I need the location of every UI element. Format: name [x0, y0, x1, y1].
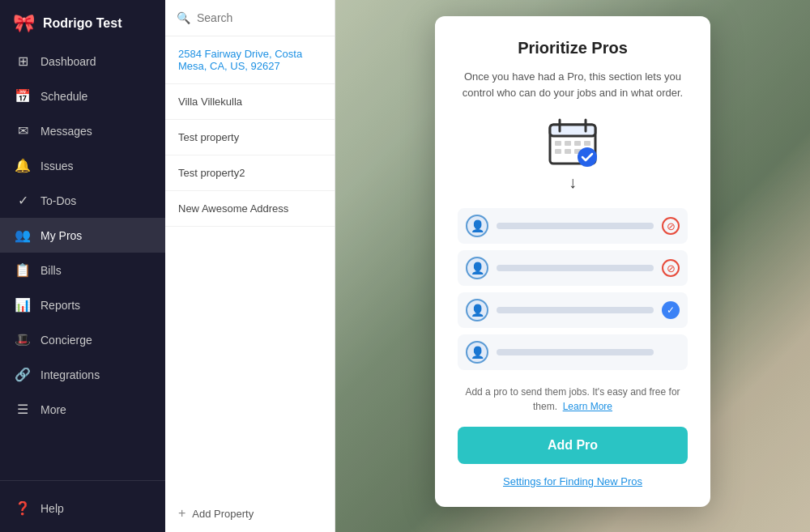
messages-icon: ✉ [15, 123, 31, 138]
sidebar-item-help[interactable]: ❓ Help [0, 491, 165, 526]
pro-avatar-3: 👤 [466, 299, 488, 321]
svg-rect-8 [555, 149, 561, 154]
schedule-icon: 📅 [15, 88, 31, 104]
sidebar-item-label-dashboard: Dashboard [40, 55, 96, 68]
sidebar: 🎀 Rodrigo Test ⊞ Dashboard 📅 Schedule ✉ … [0, 0, 165, 532]
sidebar-item-schedule[interactable]: 📅 Schedule [0, 79, 165, 113]
bills-icon: 📋 [15, 262, 31, 278]
svg-rect-1 [550, 125, 595, 136]
sidebar-item-issues[interactable]: 🔔 Issues [0, 148, 165, 183]
sidebar-item-integrations[interactable]: 🔗 Integrations [0, 357, 165, 392]
sidebar-item-label-messages: Messages [40, 125, 92, 138]
pro-bar-2 [497, 265, 654, 271]
concierge-icon: 🎩 [15, 332, 31, 347]
svg-rect-4 [555, 141, 561, 146]
todos-icon: ✓ [15, 193, 31, 208]
sidebar-item-label-issues: Issues [40, 160, 73, 172]
pro-avatar-1: 👤 [466, 215, 488, 237]
app-logo: 🎀 [13, 13, 35, 34]
add-pro-button[interactable]: Add Pro [458, 427, 688, 464]
integrations-icon: 🔗 [15, 367, 31, 382]
sidebar-item-bills[interactable]: 📋 Bills [0, 253, 165, 287]
sidebar-item-label-integrations: Integrations [40, 368, 100, 381]
svg-rect-5 [565, 141, 571, 146]
pro-row-3: 👤 ✓ [458, 292, 688, 328]
sidebar-item-label-schedule: Schedule [40, 90, 87, 103]
main-area: Prioritize Pros Once you have had a Pro,… [335, 0, 810, 532]
pro-row-1: 👤 ⊘ [458, 208, 688, 244]
more-icon: ☰ [15, 402, 31, 417]
add-plus-icon: + [178, 506, 185, 521]
prioritize-pros-modal: Prioritize Pros Once you have had a Pro,… [435, 16, 710, 507]
sidebar-item-dashboard[interactable]: ⊞ Dashboard [0, 44, 165, 79]
svg-rect-7 [584, 141, 590, 146]
modal-description: Once you have had a Pro, this section le… [458, 69, 688, 100]
search-input[interactable] [197, 11, 323, 24]
pro-avatar-2: 👤 [466, 257, 488, 279]
sidebar-item-label-more: More [40, 403, 66, 416]
down-arrow-icon: ↓ [569, 173, 577, 192]
sidebar-footer: ❓ Help [0, 480, 165, 532]
pro-bar-4 [497, 349, 654, 355]
sidebar-nav: ⊞ Dashboard 📅 Schedule ✉ Messages 🔔 Issu… [0, 44, 165, 480]
pro-bar-3 [497, 307, 654, 313]
pro-row-2: 👤 ⊘ [458, 250, 688, 286]
search-box: 🔍 [165, 0, 335, 36]
sidebar-header: 🎀 Rodrigo Test [0, 0, 165, 44]
help-icon: ❓ [15, 500, 31, 516]
sidebar-item-concierge[interactable]: 🎩 Concierge [0, 322, 165, 357]
pro-bar-1 [497, 223, 654, 229]
property-list: 2584 Fairway Drive, Costa Mesa, CA, US, … [165, 36, 335, 495]
pro-avatar-4: 👤 [466, 341, 488, 364]
pro-rows: 👤 ⊘ 👤 ⊘ 👤 ✓ 👤 [458, 208, 688, 370]
sidebar-item-label-todos: To-Dos [40, 194, 76, 207]
pro-status-empty-4 [662, 343, 680, 361]
learn-more-link[interactable]: Learn More [563, 401, 612, 412]
reports-icon: 📊 [15, 297, 31, 313]
sidebar-item-messages[interactable]: ✉ Messages [0, 113, 165, 148]
modal-overlay: Prioritize Pros Once you have had a Pro,… [335, 0, 810, 532]
settings-link[interactable]: Settings for Finding New Pros [458, 475, 688, 487]
add-property-button[interactable]: + Add Property [165, 495, 335, 532]
modal-title: Prioritize Pros [458, 39, 688, 57]
sidebar-item-my-pros[interactable]: 👥 My Pros [0, 218, 165, 253]
dashboard-icon: ⊞ [15, 53, 31, 69]
pro-status-red-1: ⊘ [662, 217, 680, 235]
pro-status-blue-3: ✓ [662, 301, 680, 319]
property-item-prop3[interactable]: Test property [165, 120, 335, 155]
sidebar-item-label-bills: Bills [40, 264, 62, 277]
pro-row-4: 👤 [458, 334, 688, 370]
svg-rect-9 [565, 149, 571, 154]
svg-rect-6 [574, 141, 581, 146]
calendar-icon [547, 117, 599, 168]
property-item-prop5[interactable]: New Awesome Address [165, 191, 335, 227]
modal-footer-text: Add a pro to send them jobs. It's easy a… [458, 385, 688, 414]
property-item-prop4[interactable]: Test property2 [165, 155, 335, 191]
add-property-label: Add Property [192, 508, 254, 520]
sidebar-username: Rodrigo Test [43, 16, 122, 31]
sidebar-item-more[interactable]: ☰ More [0, 392, 165, 427]
sidebar-item-label-concierge: Concierge [40, 334, 92, 347]
search-icon: 🔍 [177, 11, 190, 24]
sidebar-item-label-reports: Reports [40, 299, 80, 312]
middle-panel: 🔍 2584 Fairway Drive, Costa Mesa, CA, US… [165, 0, 335, 532]
calendar-icon-section: ↓ [458, 117, 688, 192]
property-item-prop2[interactable]: Villa Villekulla [165, 84, 335, 120]
issues-icon: 🔔 [15, 158, 31, 173]
pro-status-red-2: ⊘ [662, 259, 680, 277]
sidebar-item-todos[interactable]: ✓ To-Dos [0, 183, 165, 218]
svg-point-11 [578, 147, 597, 167]
sidebar-item-label-my-pros: My Pros [40, 229, 82, 242]
sidebar-item-reports[interactable]: 📊 Reports [0, 287, 165, 322]
sidebar-item-label-help: Help [40, 502, 64, 515]
my-pros-icon: 👥 [15, 228, 31, 243]
property-item-prop1[interactable]: 2584 Fairway Drive, Costa Mesa, CA, US, … [165, 36, 335, 84]
